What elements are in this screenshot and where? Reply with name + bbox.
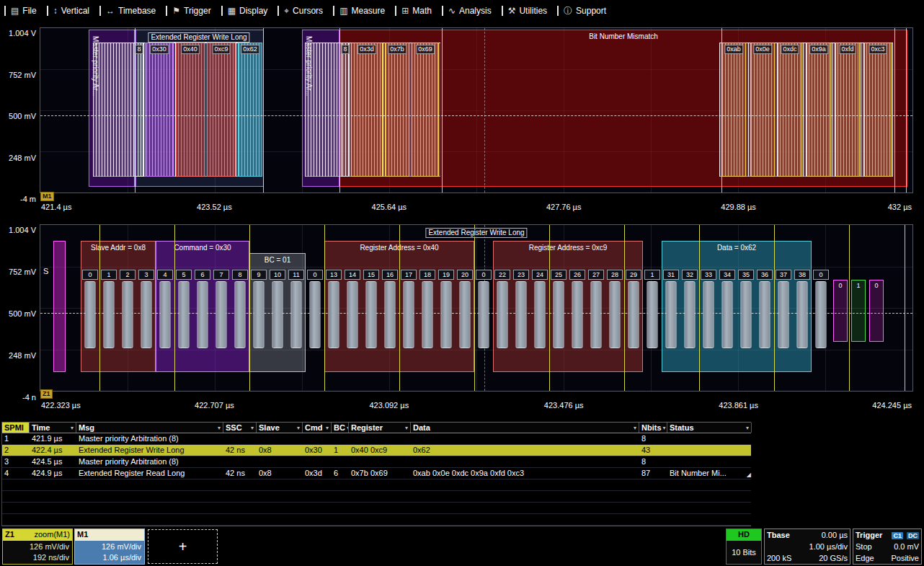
sort-dropdown-icon[interactable]: ▾ bbox=[326, 423, 329, 433]
math-icon: ⊞ bbox=[401, 6, 409, 15]
z1-descriptor-header: Z1 zoom(M1) bbox=[3, 529, 72, 541]
sort-dropdown-icon[interactable]: ▾ bbox=[71, 423, 74, 433]
trigger-box[interactable]: Trigger C1 DC Stop 0.0 mV Edge Positive bbox=[853, 529, 922, 565]
sort-dropdown-icon[interactable]: ▾ bbox=[297, 423, 300, 433]
bit-pulse bbox=[666, 281, 677, 348]
trigger-coupling-badge: DC bbox=[907, 532, 919, 539]
cell-msg: Master priority Arbitration (8) bbox=[76, 433, 223, 444]
z1-name: Z1 bbox=[5, 529, 14, 541]
top-grid-y-tick-label: 248 mV bbox=[0, 154, 36, 162]
top-grid-x-tick-label: 425.64 µs bbox=[372, 203, 407, 211]
bit-pulse bbox=[479, 281, 489, 348]
column-header-slave[interactable]: Slave▾ bbox=[257, 423, 303, 433]
start-condition-label: S bbox=[43, 267, 48, 275]
bit-pulse bbox=[291, 281, 302, 348]
bit-pulse bbox=[722, 281, 733, 348]
expand-corner-icon[interactable]: ◢ bbox=[747, 472, 751, 478]
bit-number: 3 bbox=[138, 270, 154, 280]
cell-slave: 0x8 bbox=[257, 445, 303, 456]
menu-item-utilities[interactable]: ⚒Utilities bbox=[502, 3, 554, 19]
decode-field-label: 0x62 bbox=[241, 45, 259, 54]
bit-number: 0 bbox=[307, 270, 323, 280]
sort-dropdown-icon[interactable]: ▾ bbox=[251, 423, 254, 433]
menu-item-support[interactable]: ⓘSupport bbox=[557, 3, 613, 19]
menu-item-timebase[interactable]: ↔Timebase bbox=[99, 3, 163, 19]
top-grid-x-tick-label: 427.76 µs bbox=[546, 203, 582, 211]
sort-dropdown-icon[interactable]: ▾ bbox=[663, 423, 666, 433]
sample-marker-line bbox=[774, 225, 775, 391]
hd-badge: HD bbox=[727, 529, 761, 541]
timebase-row-2: 1.00 µs/div bbox=[767, 541, 848, 552]
menu-item-measure[interactable]: ▥Measure bbox=[333, 3, 392, 19]
table-row[interactable]: 2422.4 µsExtended Register Write Long42 … bbox=[2, 445, 751, 456]
table-row[interactable]: 4424.9 µsExtended Register Read Long42 n… bbox=[2, 468, 751, 479]
sample-marker-line bbox=[905, 225, 905, 391]
column-header-time[interactable]: Time▾ bbox=[30, 423, 76, 433]
main-waveform-grid[interactable]: Master priority Ar...Extended Register W… bbox=[40, 27, 913, 193]
column-header-data[interactable]: Data▾ bbox=[411, 423, 639, 433]
bit-number: 23 bbox=[513, 270, 529, 280]
analysis-icon: ∿ bbox=[448, 6, 456, 15]
menu-item-label: Utilities bbox=[519, 6, 547, 16]
menu-item-trigger[interactable]: ⚑Trigger bbox=[166, 3, 218, 19]
zoom-frame-title: Extended Register Write Long bbox=[425, 228, 527, 238]
column-header-register[interactable]: Register▾ bbox=[349, 423, 411, 433]
column-header-nbits[interactable]: Nbits▾ bbox=[639, 423, 667, 433]
menu-item-file[interactable]: ▤File bbox=[4, 3, 44, 19]
menu-separator bbox=[221, 6, 223, 16]
column-header-cmd[interactable]: Cmd▾ bbox=[303, 423, 332, 433]
cell-cmd bbox=[303, 456, 332, 467]
column-header-label: Status bbox=[670, 423, 694, 433]
sort-dropdown-icon[interactable]: ▾ bbox=[405, 423, 408, 433]
cell-cmd: 0x3d bbox=[303, 468, 332, 479]
m1-grid-badge[interactable]: M1 bbox=[40, 192, 54, 201]
hd-mode-box[interactable]: HD 10 Bits bbox=[726, 529, 762, 565]
frame-boundary-line bbox=[906, 28, 907, 193]
timebase-row-3: 200 kS 20 GS/s bbox=[767, 552, 848, 564]
cell-num: 4 bbox=[2, 468, 30, 479]
column-header-msg[interactable]: Msg▾ bbox=[76, 423, 223, 433]
trigger-badges: C1 DC bbox=[890, 529, 919, 541]
top-grid-x-tick-label: 423.52 µs bbox=[197, 203, 232, 211]
sort-dropdown-icon[interactable]: ▾ bbox=[218, 423, 221, 433]
sample-marker-line bbox=[699, 225, 700, 391]
bit-number: 5 bbox=[176, 270, 192, 280]
column-header-ssc[interactable]: SSC▾ bbox=[223, 423, 257, 433]
decode-field-label: 0x3d bbox=[357, 45, 376, 54]
table-row[interactable]: 1421.9 µsMaster priority Arbitration (8)… bbox=[2, 433, 751, 445]
zoom-grid-x-tick-label: 423.092 µs bbox=[369, 401, 409, 410]
menu-item-cursors[interactable]: ⌖Cursors bbox=[277, 3, 330, 19]
table-empty-row bbox=[2, 514, 751, 526]
column-header-label: Slave bbox=[259, 423, 280, 433]
cell-msg: Master priority Arbitration (8) bbox=[76, 456, 223, 467]
menu-item-label: Cursors bbox=[293, 6, 323, 16]
column-header-bc[interactable]: BC▾ bbox=[332, 423, 349, 433]
menu-item-analysis[interactable]: ∿Analysis bbox=[442, 3, 499, 19]
decode-field: 8 bbox=[135, 43, 143, 177]
menu-item-display[interactable]: ▦Display bbox=[221, 3, 275, 19]
decode-region-label: Command = 0x30 bbox=[174, 244, 231, 252]
timebase-box[interactable]: Tbase 0.00 µs 1.00 µs/div 200 kS 20 GS/s bbox=[764, 529, 850, 565]
z1-trace-descriptor[interactable]: Z1 zoom(M1) 126 mV/div 192 ns/div bbox=[2, 529, 73, 565]
zoom-grid-x-tick-label: 423.476 µs bbox=[544, 401, 584, 410]
column-header-num[interactable]: SPMI bbox=[2, 423, 30, 433]
column-header-status[interactable]: Status▾ bbox=[667, 423, 752, 433]
add-trace-button[interactable]: + bbox=[148, 529, 218, 564]
zoom-waveform-grid[interactable]: Slave Addr = 0x8Command = 0x30BC = 01Reg… bbox=[40, 224, 913, 392]
m1-trace-descriptor[interactable]: M1 126 mV/div 1.06 µs/div bbox=[74, 529, 145, 565]
sort-dropdown-icon[interactable]: ▾ bbox=[746, 423, 749, 433]
cell-time: 424.5 µs bbox=[30, 456, 76, 467]
bit-number: 15 bbox=[363, 270, 379, 280]
z1-grid-badge[interactable]: Z1 bbox=[40, 389, 53, 399]
decode-field: 0x7b bbox=[385, 43, 409, 177]
cell-num: 2 bbox=[2, 445, 30, 456]
table-row[interactable]: 3424.5 µsMaster priority Arbitration (8)… bbox=[2, 456, 751, 468]
bit-number: 22 bbox=[494, 270, 510, 280]
menu-item-vertical[interactable]: ↕Vertical bbox=[47, 3, 97, 19]
menu-item-math[interactable]: ⊞Math bbox=[395, 3, 439, 19]
sample-marker-line bbox=[99, 225, 100, 391]
cell-register: 0x7b 0x69 bbox=[349, 468, 411, 479]
menu-item-label: File bbox=[22, 6, 36, 16]
sort-dropdown-icon[interactable]: ▾ bbox=[634, 423, 636, 433]
cell-ssc bbox=[223, 456, 257, 467]
